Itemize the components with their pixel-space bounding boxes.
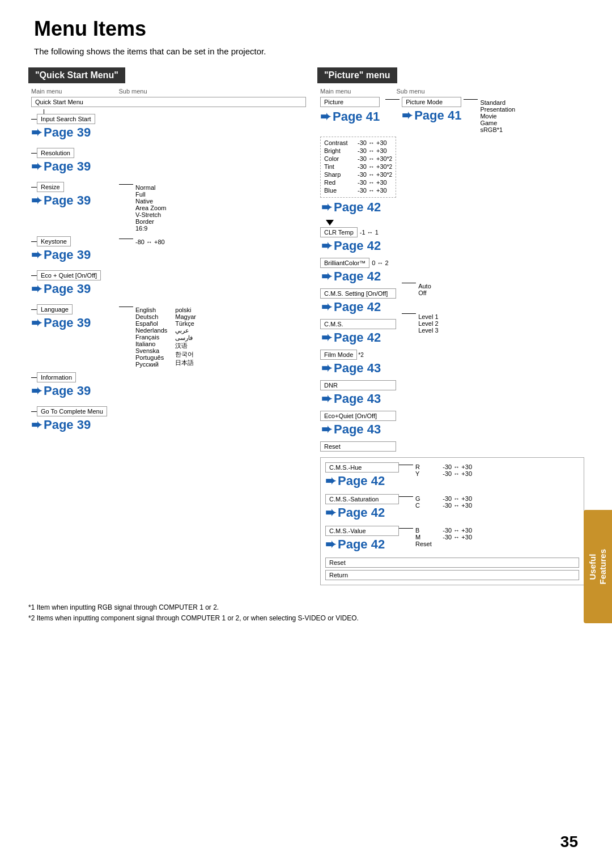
- eco2-box: Eco+Quiet [On/Off]: [320, 411, 396, 421]
- brilliant-container: BrilliantColor™ 0 ↔ 2: [320, 258, 396, 268]
- dashed-items-box: Contrast -30 ↔ +30 Bright -30 ↔ +30 Colo…: [320, 137, 396, 198]
- input-search-page: ➨Page 39: [31, 125, 91, 140]
- clr-temp-page: ➨Page 42: [321, 239, 396, 253]
- keystone-sub: -80 ↔ +80: [135, 239, 165, 245]
- cms-val-box: C.M.S.-Value: [325, 526, 399, 536]
- cms-setting-container: C.M.S. Setting [On/Off]: [320, 288, 396, 299]
- lang-col1: English Deutsch Español Nederlands Franç…: [135, 307, 167, 368]
- footnotes: *1 Item when inputting RGB signal throug…: [0, 597, 612, 629]
- cms-val-page: ➨Page 42: [325, 537, 399, 552]
- picture-page41-left-row: ➨Page 41: [320, 108, 380, 127]
- dashed-section: Contrast -30 ↔ +30 Bright -30 ↔ +30 Colo…: [320, 135, 595, 452]
- film-mode-box: Film Mode: [320, 350, 357, 360]
- cms-val-connector: [399, 528, 413, 529]
- goto-page: ➨Page 39: [31, 418, 91, 432]
- brilliant-val: 0 ↔ 2: [372, 259, 388, 266]
- language-page: ➨Page 39: [31, 316, 91, 330]
- row-input-search: Input Search Start ➨Page 39: [28, 109, 306, 143]
- information-box: Information: [37, 372, 76, 382]
- lang-col2: polski Magyar Türkçe عربي فارسی 汉语 한국어 日…: [175, 307, 196, 368]
- film-mode-page: ➨Page 43: [321, 361, 396, 376]
- picture-mode-items-connector: Standard Presentation Movie Game sRGB*1: [464, 99, 515, 133]
- subtitle: The following shows the items that can b…: [0, 46, 612, 67]
- red-val: -30 ↔ +30: [358, 179, 387, 186]
- film-sub-items: Auto Off: [418, 283, 431, 296]
- return-box: Return: [325, 570, 579, 580]
- row-information: Information ➨Page 39: [28, 372, 306, 402]
- picture-submenu-col: Picture Mode ➨Page 41: [402, 97, 461, 126]
- contrast-label: Contrast: [324, 139, 355, 146]
- resize-box: Resize: [37, 182, 64, 192]
- cms-hue-row: C.M.S.-Hue ➨Page 42 R-30 ↔ +30 Y-30 ↔ +3…: [325, 462, 579, 492]
- row-language-left: Language ➨Page 39: [28, 304, 119, 334]
- tint-val: -30 ↔ +30: [358, 163, 387, 170]
- sub-menu-label: Sub menu: [118, 88, 147, 95]
- red-label: Red: [324, 179, 355, 186]
- row-resolution-left: Resolution ➨Page 39: [28, 148, 119, 177]
- sharp-val: -30 ↔ +30: [358, 171, 387, 178]
- picture-mode-items: Standard Presentation Movie Game sRGB*1: [480, 99, 515, 133]
- picture-connector-h: [385, 99, 400, 100]
- resize-page: ➨Page 39: [31, 193, 91, 208]
- picture-header: "Picture" menu: [317, 67, 397, 83]
- row-eco: Eco + Quiet [On/Off] ➨Page 39: [28, 270, 306, 300]
- sharp-label: Sharp: [324, 171, 355, 178]
- row-keystone: Keystone ➨Page 39 -80 ↔ +80: [28, 236, 306, 266]
- keystone-box: Keystone: [37, 236, 71, 246]
- picture-menu-headers: Main menu Sub menu: [320, 88, 595, 95]
- side-tab-label: UsefulFeatures: [588, 549, 608, 585]
- cms-return: Return: [325, 570, 579, 580]
- eco2-page: ➨Page 43: [321, 422, 396, 437]
- language-sub: English Deutsch Español Nederlands Franç…: [133, 307, 196, 368]
- bright-label: Bright: [324, 147, 355, 154]
- clr-temp-val: -1 ↔ 1: [360, 229, 379, 236]
- cms-reset-row: Reset: [415, 541, 472, 547]
- cms-page: ➨Page 42: [321, 330, 396, 345]
- dnr-page: ➨Page 43: [321, 392, 396, 406]
- row-resize-left: Resize ➨Page 39: [28, 182, 119, 211]
- page-title: Menu Items: [0, 0, 612, 46]
- language-connector: English Deutsch Español Nederlands Franç…: [119, 307, 196, 368]
- footnote-2: *2 Items when inputting component signal…: [28, 613, 584, 624]
- input-search-box: Input Search Start: [37, 114, 95, 124]
- picture-page41-left: ➨Page 41: [320, 109, 380, 124]
- color-row: Color -30 ↔ +30 *2: [324, 155, 392, 162]
- cms-sat-connector: [399, 496, 413, 497]
- content-area: "Quick Start Menu" Main menu Sub menu Qu…: [0, 67, 612, 597]
- language-box: Language: [37, 304, 73, 314]
- triangle-separator: [326, 220, 334, 225]
- cms-hue-left: C.M.S.-Hue ➨Page 42: [325, 462, 399, 492]
- picture-top: Picture ➨Page 41 Picture Mode ➨Page 41: [320, 97, 595, 133]
- quick-start-column: "Quick Start Menu" Main menu Sub menu Qu…: [28, 67, 306, 585]
- cms-hue-page: ➨Page 42: [325, 474, 399, 488]
- dnr-sub-items: Level 1 Level 2 Level 3: [418, 313, 438, 334]
- cms-val-left: C.M.S.-Value ➨Page 42: [325, 526, 399, 555]
- row-resolution: Resolution ➨Page 39: [28, 148, 306, 177]
- dnr-box: DNR: [320, 380, 396, 390]
- side-tab: UsefulFeatures: [584, 510, 612, 623]
- resolution-page: ➨Page 39: [31, 159, 91, 174]
- cms-sat-box: C.M.S.-Saturation: [325, 494, 399, 504]
- contrast-row: Contrast -30 ↔ +30: [324, 139, 392, 146]
- row-eco-left: Eco + Quiet [On/Off] ➨Page 39: [28, 270, 119, 300]
- blue-label: Blue: [324, 187, 355, 194]
- cms-hue-connector: [399, 465, 413, 465]
- sharp-row: Sharp -30 ↔ +30 *2: [324, 171, 392, 178]
- information-page: ➨Page 39: [31, 384, 91, 398]
- dashed-left: Contrast -30 ↔ +30 Bright -30 ↔ +30 Colo…: [320, 135, 396, 452]
- cms-setting-box: C.M.S. Setting [On/Off]: [320, 288, 396, 299]
- bottom-reset-box: Reset: [325, 558, 579, 568]
- row-resize: Resize ➨Page 39 Normal Full Native Area …: [28, 182, 306, 232]
- dnr-container: DNR: [320, 380, 396, 390]
- row-language: Language ➨Page 39 English Deutsch Españo…: [28, 304, 306, 368]
- film-mode-container: Film Mode *2: [320, 350, 396, 360]
- cms-sat-row: C.M.S.-Saturation ➨Page 42 G-30 ↔ +30 C-…: [325, 494, 579, 524]
- cms-container: C.M.S.: [320, 319, 396, 329]
- right-sub-col: Auto Off Level 1 Level 2 Level 3: [402, 283, 438, 452]
- cms-sub-section: C.M.S.-Hue ➨Page 42 R-30 ↔ +30 Y-30 ↔ +3…: [320, 457, 584, 585]
- cms-hue-items: R-30 ↔ +30 Y-30 ↔ +30: [415, 463, 472, 477]
- row-goto-left: Go To Complete Menu ➨Page 39: [28, 406, 119, 436]
- clr-temp-box: CLR Temp: [320, 227, 358, 237]
- color-label: Color: [324, 155, 355, 162]
- contrast-val: -30 ↔ +30: [358, 139, 387, 146]
